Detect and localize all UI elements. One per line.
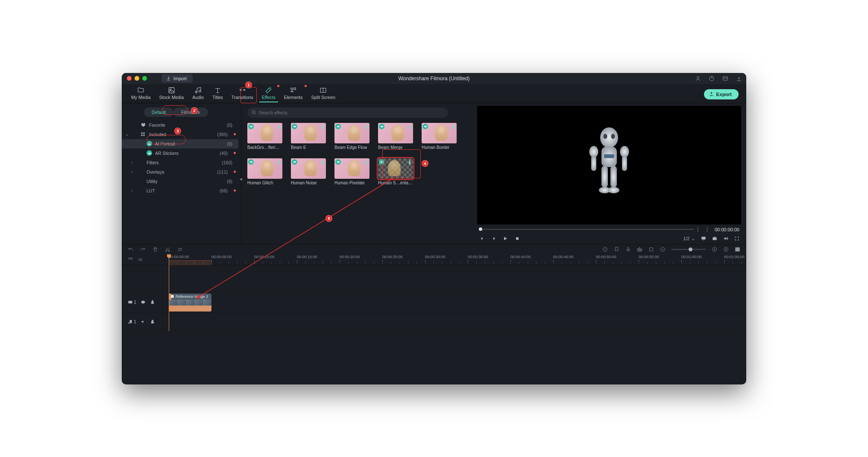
effect-background-afterimage[interactable]: ⬇ BackGro…fterimage [247, 123, 282, 150]
tree-overlays[interactable]: › Overlays (111) [122, 167, 238, 177]
crown-icon [379, 159, 384, 165]
effect-beam-edge-flow[interactable]: ⬇ Beam Edge Flow [334, 123, 369, 150]
audio-track-1[interactable]: 1 [122, 313, 746, 331]
play-icon[interactable] [503, 236, 508, 241]
effect-beam-merge[interactable]: ⬇ Beam Merge [378, 123, 413, 150]
fullscreen-icon[interactable] [734, 236, 739, 241]
camera-icon[interactable] [712, 236, 717, 241]
svg-point-7 [291, 88, 293, 90]
marker-icon[interactable] [614, 247, 619, 252]
scrubber-handle[interactable] [479, 227, 482, 231]
ruler-tick: 00:00:55:00 [639, 255, 659, 259]
playhead[interactable] [169, 254, 169, 331]
tree-ar-stickers[interactable]: AR Stickers (40) [122, 148, 238, 158]
redo-icon[interactable] [140, 247, 146, 252]
play-pause-icon[interactable] [491, 236, 496, 241]
tab-stock-media[interactable]: Stock Media [157, 86, 187, 101]
svg-point-25 [604, 134, 607, 139]
tab-elements[interactable]: Elements [282, 86, 305, 101]
download-icon: ⬇ [277, 124, 281, 130]
zoom-fit-icon[interactable] [723, 247, 729, 252]
zoom-slider[interactable] [672, 249, 706, 250]
settings-icon[interactable] [177, 247, 183, 252]
zoom-out-icon[interactable] [660, 247, 666, 252]
ruler-tick: 00:01:00:00 [681, 255, 702, 259]
ruler-tick: 00:01:05:00 [724, 255, 745, 259]
close-window-icon[interactable] [127, 76, 132, 81]
search-effects-input[interactable] [259, 110, 444, 115]
cut-icon[interactable] [165, 247, 170, 252]
clip-thumbnails [169, 300, 211, 306]
preview-scrubber[interactable]: [ ] 00:00:00:00 [475, 226, 743, 233]
tree-ai-portrait[interactable]: AI Portrait (9) [122, 139, 238, 148]
preview-canvas[interactable] [477, 106, 741, 224]
stop-icon[interactable] [515, 236, 520, 241]
download-icon: ⬇ [408, 160, 412, 166]
tree-favorite[interactable]: Favorite (0) [122, 120, 238, 130]
svg-point-56 [131, 322, 132, 323]
tab-effects[interactable]: Effects [259, 86, 278, 101]
tree-lut[interactable]: › LUT (66) [122, 186, 238, 195]
tab-audio[interactable]: Audio [190, 86, 206, 101]
tree-filters[interactable]: › Filters (160) [122, 158, 238, 167]
svg-point-34 [181, 248, 182, 249]
effects-panel: ⬇ BackGro…fterimage ⬇ Beam E ⬇ Beam Edge… [241, 103, 472, 244]
tab-split-screen[interactable]: Split Screen [309, 86, 338, 101]
ruler-tick: 00:00:50:00 [596, 255, 616, 259]
timeline-selection-range [169, 260, 211, 265]
zoom-in-icon[interactable] [712, 247, 717, 252]
user-icon[interactable] [695, 76, 701, 82]
mixer-icon[interactable] [637, 247, 642, 252]
delete-icon[interactable] [152, 247, 158, 252]
effect-human-pixelate[interactable]: ⬇ Human Pixelate [334, 158, 369, 185]
effect-human-glitch[interactable]: ⬇ Human Glitch [247, 158, 282, 185]
effect-human-border[interactable]: ⬇ Human Border [422, 123, 457, 150]
speaker-icon[interactable] [141, 319, 146, 324]
monitor-icon[interactable] [701, 236, 706, 241]
window-controls [122, 76, 147, 81]
minimize-window-icon[interactable] [135, 76, 139, 81]
prev-frame-icon[interactable] [479, 236, 484, 241]
preview-quality-select[interactable]: 1/2 ⌄ [683, 236, 695, 241]
tab-transitions[interactable]: Transitions [229, 86, 256, 101]
track-view-toggle[interactable] [735, 247, 740, 252]
timeline-clip[interactable]: Reference Image 2 [169, 294, 211, 311]
svg-rect-11 [143, 132, 144, 134]
effect-beam-e[interactable]: ⬇ Beam E [291, 123, 326, 150]
lock-icon[interactable] [150, 319, 155, 324]
timeline-ruler[interactable]: 00:00:00:00 00:00:05:00 00:00:10:00 00:0… [169, 254, 746, 265]
magnet-icon[interactable] [128, 257, 133, 262]
export-button[interactable]: Export [704, 89, 739, 99]
transitions-icon [239, 87, 246, 94]
speed-icon[interactable] [602, 247, 608, 252]
link-icon[interactable] [138, 257, 143, 262]
download-icon: ⬇ [451, 124, 455, 130]
upload-icon[interactable] [736, 76, 742, 82]
import-button[interactable]: Import [162, 74, 193, 83]
effect-human-segmentation[interactable]: ⬇ Human S…entation [378, 158, 413, 185]
crown-icon [147, 141, 152, 146]
effect-human-noise[interactable]: ⬇ Human Noise [291, 158, 326, 185]
pill-default[interactable]: Default [144, 108, 173, 117]
tab-titles[interactable]: Titles [210, 86, 226, 101]
video-track-1[interactable]: 1 Reference Image 2 [122, 292, 746, 313]
mail-icon[interactable] [722, 76, 728, 82]
tree-utility[interactable]: Utility (9) [122, 177, 238, 186]
crop-icon[interactable] [648, 247, 654, 252]
panel-collapse-icon[interactable]: ◂ [240, 176, 242, 182]
category-tree: Favorite (0) ⌄ Included (395) AI Portrai [122, 120, 241, 195]
help-icon[interactable] [709, 76, 715, 82]
maximize-window-icon[interactable] [142, 76, 147, 81]
grid-view-toggle[interactable] [452, 112, 458, 114]
tab-my-media[interactable]: My Media [129, 86, 153, 101]
undo-icon[interactable] [128, 247, 133, 252]
chevron-right-icon: › [131, 188, 135, 193]
download-icon: ⬇ [364, 160, 368, 166]
lock-icon[interactable] [150, 300, 155, 305]
volume-icon[interactable] [723, 236, 728, 241]
search-effects-input-wrap[interactable] [247, 108, 448, 118]
video-track-header: 1 [122, 300, 169, 305]
eye-icon[interactable] [141, 300, 146, 305]
mic-icon[interactable] [625, 247, 631, 252]
pill-filmstock[interactable]: Filmstock [173, 108, 208, 117]
